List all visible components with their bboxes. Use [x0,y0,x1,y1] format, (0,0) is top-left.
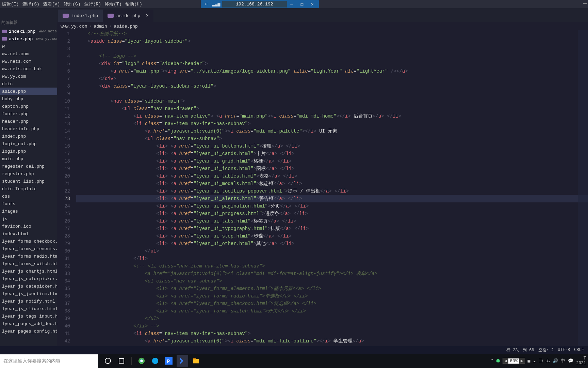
tray-display-icon[interactable]: 🖵 [538,358,543,364]
code-line[interactable]: </div> [76,75,588,82]
file-tree-item[interactable]: footer.php [0,110,57,118]
code-area[interactable]: <!--左侧导航--> <aside class="lyear-layout-s… [76,30,588,354]
code-line[interactable]: </ul> [76,315,588,322]
cortana-icon[interactable] [102,355,114,367]
breadcrumb-segment[interactable]: admin [94,24,107,29]
zoom-out-icon[interactable]: ◀ [504,358,507,364]
tray-cloud-icon[interactable]: ☁ [533,358,536,364]
encoding[interactable]: UTF-8 [558,348,570,352]
file-tree-item[interactable]: header.php [0,118,57,125]
zoom-in-icon[interactable]: ▶ [521,358,523,364]
zoom-control[interactable]: ◀ 60% ▶ [503,358,525,364]
menu-item[interactable]: 运行(R) [83,0,102,8]
file-tree-item[interactable]: regester.php [0,170,57,178]
minimize-button[interactable]: — [583,0,587,7]
file-tree-item[interactable]: lyear_js_sliders.html [0,305,57,312]
file-tree-item[interactable]: student_list.php [0,178,57,185]
file-tree-item[interactable]: js [0,215,57,223]
open-editor-item[interactable]: aside.phpwww.yy.com/a... [0,35,57,43]
code-line[interactable]: <li> <a href="lyear_ui_tables.html">表格</… [76,172,588,180]
remote-restore-button[interactable]: ❐ [297,1,307,7]
menu-item[interactable]: 编辑(E) [1,0,20,8]
file-tree-item[interactable]: lyear_js_jconfirm.html [0,290,57,297]
eol[interactable]: CRLF [574,348,584,352]
tray-network-icon[interactable]: 🖧 [545,358,550,364]
file-tree-item[interactable]: dmin-Template [0,185,57,193]
file-tree-item[interactable]: login_out.php [0,140,57,148]
file-tree-item[interactable]: lyear_forms_checkbox.html [0,237,57,245]
code-line[interactable]: <ul class="nav nav-subnav"> [76,277,588,285]
code-line[interactable]: <li> <a href="lyear_ui_other.html">其他</a… [76,240,588,247]
code-line[interactable]: <aside class="lyear-layout-sidebar"> [76,37,588,45]
code-line[interactable] [76,45,588,52]
ime-indicator[interactable]: 中 [561,358,565,364]
code-line[interactable]: <li> <a href="lyear_ui_cards.html">卡片</a… [76,150,588,157]
code-line[interactable]: <li> <a href="lyear_ui_step.html">步骤</a>… [76,232,588,240]
file-tree-item[interactable]: lyear_js_tags_input.html [0,312,57,320]
file-tree-item[interactable]: ww.nets.com-bak [0,65,57,73]
editor-tab[interactable]: aside.php× [103,10,153,22]
code-line[interactable]: <li> <a href="lyear_ui_tooltips_popover.… [76,187,588,195]
code-line[interactable]: <a href="javascript:void(0)"><i class="m… [76,270,588,277]
file-tree-item[interactable]: index.php [0,133,57,140]
file-explorer[interactable]: 的编辑器 index1.phpwww.nets.comaside.phpwww.… [0,18,57,354]
file-tree-item[interactable]: login.php [0,148,57,155]
code-line[interactable]: <li> <a href="lyear_forms_checkbox.html"… [76,300,588,307]
file-explorer-icon[interactable] [190,355,202,367]
code-line[interactable]: </ul> [76,247,588,255]
code-line[interactable]: <a href="javascript:void(0)"><i class="m… [76,337,588,345]
remote-minimize-button[interactable]: — [287,1,297,7]
open-editor-item[interactable]: index1.phpwww.nets.com [0,28,57,35]
file-tree-item[interactable]: lyear_forms_elements.html [0,245,57,252]
code-line[interactable]: <div id="logo" class="sidebar-header"> [76,60,588,67]
file-tree-item[interactable]: lyear_forms_radio.html [0,252,57,260]
menu-item[interactable]: 查看(V) [42,0,61,8]
file-tree-item[interactable]: aside.php [0,88,57,95]
code-line[interactable]: <ul class="nav nav-drawer"> [76,105,588,112]
tray-volume-icon[interactable]: 🔊 [553,358,558,364]
file-tree-item[interactable]: lyear_pages_add_doc.html [0,320,57,327]
file-tree-item[interactable]: captch.php [0,103,57,110]
chrome-icon[interactable] [136,355,147,367]
remote-close-button[interactable]: ✕ [307,1,317,7]
code-editor[interactable]: 1234567891011121314151617181920212223242… [57,30,588,354]
file-tree-item[interactable]: lyear_forms_switch.html [0,260,57,267]
code-line[interactable]: </li> [76,255,588,262]
file-tree-item[interactable]: w [0,43,57,50]
editor-tab[interactable]: index1.php [58,10,103,22]
code-line[interactable]: <li> <a href="lyear_ui_progress.html">进度… [76,210,588,217]
code-line[interactable]: <!--左侧导航--> [76,30,588,37]
code-line[interactable]: <li class="nav-item nav-item-has-subnav"… [76,330,588,337]
file-tree-item[interactable]: lyear_js_colorpicker.html [0,275,57,282]
file-tree-item[interactable]: boby.php [0,95,57,103]
menu-item[interactable]: 选择(S) [21,0,40,8]
file-tree-item[interactable]: ww.nets.com [0,58,57,65]
system-tray[interactable]: ˄ ⬢ ◀ 60% ▶ ▣ ☁ 🖵 🖧 🔊 中 💬 T 2021 [491,356,586,366]
pin-icon[interactable]: ⊕ [202,1,210,7]
menu-item[interactable]: 帮助(H) [124,0,143,8]
file-tree-item[interactable]: main.php [0,155,57,163]
file-tree-item[interactable]: lyear_js_datepicker.html [0,282,57,290]
windows-taskbar[interactable]: 在这里输入你要搜索的内容 P ˄ ⬢ ◀ 60% ▶ ▣ ☁ 🖵 🖧 🔊 中 💬… [0,354,588,368]
code-line[interactable]: <li> <a href="lyear_ui_grid.html">格栅</a>… [76,157,588,165]
phpstorm-icon[interactable]: P [163,355,175,367]
menu-item[interactable]: 终端(T) [103,0,123,8]
code-line[interactable]: <nav class="sidebar-main"> [76,97,588,105]
code-line[interactable]: <li class="nav-item active"> <a href="ma… [76,112,588,120]
file-tree-item[interactable]: headerinfo.php [0,125,57,133]
vscode-icon[interactable] [177,355,188,367]
file-tree-item[interactable]: images [0,208,57,215]
code-line[interactable]: <li class="nav-item nav-item-has-subnav"… [76,120,588,127]
file-tree-item[interactable]: dmin [0,80,57,88]
minimap[interactable] [578,30,588,354]
code-line[interactable]: <li> <a href="lyear_ui_icons.html">图标</a… [76,165,588,172]
code-line[interactable] [76,90,588,97]
taskview-icon[interactable] [116,355,127,367]
notification-icon[interactable]: 💬 [568,358,573,364]
tray-chevron-icon[interactable]: ˄ [491,358,493,364]
file-tree-item[interactable]: ww.yy.com [0,73,57,80]
code-line[interactable]: <ul class="nav nav-subnav"> [76,135,588,142]
breadcrumb-segment[interactable]: www.yy.com [61,24,87,29]
code-line[interactable]: <li> <a href="lyear_ui_pagination.html">… [76,202,588,210]
code-line[interactable]: <a href="main.php"><img src="../static/i… [76,67,588,75]
